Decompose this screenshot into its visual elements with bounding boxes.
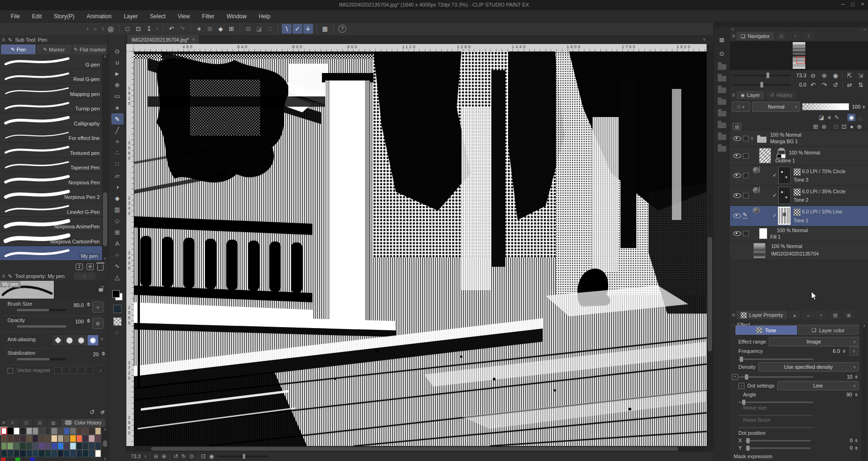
apply-mask-icon[interactable]: ⊕ xyxy=(857,123,862,130)
layer-opacity-slider[interactable] xyxy=(802,103,849,110)
tab-list-chevron-icon[interactable]: ∨ xyxy=(702,37,706,42)
color-swatch[interactable] xyxy=(20,450,26,457)
color-swatch[interactable] xyxy=(64,442,70,450)
tone-effect-button[interactable]: Tone xyxy=(736,326,797,335)
gradient-tool[interactable]: ▥ xyxy=(111,204,124,215)
color-swatch[interactable] xyxy=(64,427,70,435)
menu-item[interactable]: Filter xyxy=(196,13,221,20)
recent-color-swatch[interactable] xyxy=(1,458,6,461)
enable-mask-icon[interactable]: ◉ xyxy=(847,114,855,121)
x-value[interactable]: 0 xyxy=(850,438,853,443)
wrench-icon[interactable]: ⋔ xyxy=(98,408,107,416)
document-tab[interactable]: IMG20240202135704.jpg* × xyxy=(127,35,199,44)
vector-magnet-checkbox[interactable] xyxy=(7,368,13,373)
tab-layer-mask[interactable]: ◉ xyxy=(843,311,855,319)
navigator-thumbnail[interactable] xyxy=(793,42,805,69)
tab-flat-marker[interactable]: ✎Flat marker xyxy=(73,44,107,54)
zoom-slider[interactable] xyxy=(733,74,791,76)
opacity-slider[interactable] xyxy=(17,325,66,328)
color-swatch[interactable] xyxy=(45,435,51,442)
snap-to-special-ruler-icon[interactable]: ✓ xyxy=(292,24,302,34)
selection-border-icon[interactable]: □ xyxy=(265,24,275,34)
recent-color-swatch[interactable] xyxy=(15,458,20,461)
tab-color-set[interactable]: ⊞ xyxy=(34,419,46,427)
color-swatch[interactable] xyxy=(58,450,64,457)
undo-icon[interactable]: ↶ xyxy=(167,24,176,34)
spinner[interactable] xyxy=(843,350,846,353)
color-swatch[interactable] xyxy=(64,450,70,457)
color-swatch[interactable] xyxy=(32,427,38,435)
menu-item[interactable]: File xyxy=(5,13,26,20)
brush-size-presets-button[interactable]: » xyxy=(92,301,103,313)
vertical-scrollbar[interactable] xyxy=(707,51,713,446)
layer-visible-icon[interactable] xyxy=(733,173,741,178)
color-swatch[interactable] xyxy=(76,427,82,435)
chevron-down-icon[interactable]: ∨ xyxy=(751,136,754,140)
scroll-up-icon[interactable]: ∧ xyxy=(104,54,107,59)
brush-norpiova-animepen[interactable]: Norpiova AnimePen xyxy=(0,217,102,232)
navigator-preview[interactable] xyxy=(730,41,868,70)
color-swatch[interactable] xyxy=(82,450,88,457)
palette-color-button[interactable]: □∨ xyxy=(732,102,750,112)
material-folder-icon[interactable] xyxy=(718,88,726,93)
canvas-artwork[interactable] xyxy=(134,51,707,446)
color-swatch[interactable] xyxy=(1,442,7,450)
layer-mask-icon[interactable]: ● xyxy=(850,123,853,130)
color-swatch[interactable] xyxy=(88,450,95,457)
new-layer-icon[interactable]: ⊛ xyxy=(822,123,827,130)
menu-item[interactable]: Story(P) xyxy=(48,13,80,20)
duplicate-subtool-icon[interactable]: ⊕ xyxy=(87,263,94,270)
brush-norpiova-pen[interactable]: Norpiova Pen xyxy=(0,172,102,187)
crop-icon[interactable]: ⊞ xyxy=(226,24,236,34)
zoom-in-icon[interactable]: ⊕ xyxy=(161,453,166,460)
menu-item[interactable]: Edit xyxy=(26,13,48,20)
open-file-icon[interactable]: ⊡ xyxy=(133,24,143,34)
color-swatch[interactable] xyxy=(45,442,51,450)
save-icon[interactable]: ↧ xyxy=(144,24,154,34)
deselect-icon[interactable]: ⊠ xyxy=(205,24,215,34)
rotate-value[interactable]: 0.0 xyxy=(793,82,807,88)
grid-icon[interactable]: ▦ xyxy=(320,24,330,34)
tab-pen[interactable]: ✎Pen xyxy=(1,44,36,54)
menu-item[interactable]: View xyxy=(172,13,196,20)
opacity-mode-button[interactable]: ⊘ xyxy=(92,318,103,329)
unlock-icon[interactable] xyxy=(99,288,103,292)
material-folder-icon[interactable] xyxy=(718,134,726,140)
layer-opacity-value[interactable]: 100 xyxy=(852,104,861,110)
color-swatch[interactable] xyxy=(70,442,76,450)
color-swatch[interactable] xyxy=(26,427,32,435)
density-slider[interactable] xyxy=(738,376,813,378)
pen-tool[interactable]: ✎ xyxy=(111,113,124,124)
scroll-down-icon[interactable]: ∨ xyxy=(104,256,107,261)
chevron-right-icon[interactable]: › xyxy=(100,367,102,373)
color-swatch[interactable] xyxy=(20,435,26,442)
zoom-value[interactable]: 73.3 xyxy=(131,454,140,459)
color-swatch[interactable] xyxy=(58,435,64,442)
brush-list-scrollbar[interactable]: ∧ ∨ xyxy=(102,54,108,261)
fit-to-window-icon[interactable]: ◉ xyxy=(831,72,840,79)
zoom-slider[interactable] xyxy=(217,455,269,457)
reset-settings-icon[interactable]: ↺ xyxy=(89,409,95,416)
layer-checkbox[interactable] xyxy=(743,173,749,178)
x-slider[interactable] xyxy=(745,440,811,441)
actual-pixels-icon[interactable]: ◉ xyxy=(209,453,214,460)
color-swatch[interactable] xyxy=(45,450,51,457)
color-swatch[interactable] xyxy=(45,427,51,435)
color-swatch[interactable] xyxy=(51,450,57,457)
new-file-icon[interactable]: □ xyxy=(123,24,132,34)
color-swatch[interactable] xyxy=(51,442,57,450)
angle-value[interactable]: 90 xyxy=(846,392,852,397)
material-folder-icon[interactable] xyxy=(718,146,726,152)
tab-navigator[interactable]: ❏Navigator xyxy=(737,32,774,40)
color-swatch[interactable] xyxy=(20,442,26,450)
color-swatch[interactable] xyxy=(14,435,20,442)
expand-icon[interactable]: + xyxy=(732,374,738,380)
spinner[interactable] xyxy=(87,319,90,323)
spinner[interactable] xyxy=(87,302,90,307)
layer-checkbox[interactable] xyxy=(743,193,749,198)
zoom-tool[interactable]: ⊙ xyxy=(111,45,124,57)
material-folder-icon[interactable] xyxy=(718,123,726,128)
close-button[interactable]: × xyxy=(861,1,864,7)
layer-thumbnail[interactable] xyxy=(778,207,790,225)
snap-to-grid-icon[interactable]: ∔ xyxy=(303,24,313,34)
